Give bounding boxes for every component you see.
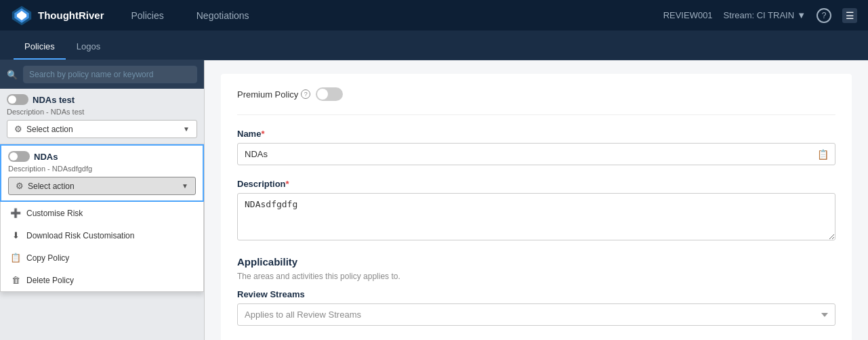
description-label: Description* (237, 179, 835, 189)
review-streams-select[interactable]: Applies to all Review Streams (237, 303, 835, 326)
content-card: Premium Policy ? Name* 📋 (221, 74, 852, 340)
name-input-wrap: 📋 (237, 143, 835, 165)
dropdown-item-customise-risk[interactable]: ➕ Customise Risk (1, 202, 203, 224)
logo[interactable]: ThoughtRiver (11, 5, 104, 26)
dropdown-item-label: Copy Policy (26, 253, 69, 263)
select-action-button[interactable]: ⚙ Select action ▼ (7, 120, 197, 138)
premium-toggle-knob (317, 89, 328, 100)
toggle-knob (9, 152, 18, 161)
applicability-sub: The areas and activities this policy app… (237, 272, 835, 281)
action-dropdown-menu: ➕ Customise Risk ⬇ Download Risk Customi… (0, 202, 204, 292)
sidebar-list: NDAs test Description - NDAs test ⚙ Sele… (0, 89, 204, 340)
btn-left: ⚙ Select action (14, 124, 73, 134)
toggle-knob (8, 95, 16, 104)
nav-negotiations[interactable]: Negotiations (191, 7, 255, 24)
name-label: Name* (237, 129, 835, 139)
policy-name: NDAs (34, 152, 58, 162)
search-icon: 🔍 (7, 70, 18, 80)
sidebar: 🔍 NDAs test Description - NDAs test ⚙ Se… (0, 60, 205, 340)
main-content: Premium Policy ? Name* 📋 (205, 60, 868, 340)
premium-policy-label: Premium Policy ? (237, 89, 310, 100)
top-nav: ThoughtRiver Policies Negotiations REVIE… (0, 0, 868, 30)
policy-toggle[interactable] (8, 151, 30, 162)
description-input[interactable]: NDAsdfgdfg (237, 193, 835, 240)
help-icon[interactable]: ? (301, 89, 310, 99)
policy-name: NDAs test (33, 95, 75, 105)
nav-right: REVIEW001 Stream: CI TRAIN ▼ ? ☰ (663, 8, 857, 23)
dropdown-item-download[interactable]: ⬇ Download Risk Customisation (1, 224, 203, 247)
input-icon: 📋 (817, 149, 829, 160)
applicability-section: Applicability The areas and activities t… (237, 256, 835, 326)
search-input[interactable] (23, 66, 197, 83)
nav-policies[interactable]: Policies (126, 7, 169, 24)
applicability-title: Applicability (237, 256, 835, 268)
tab-policies[interactable]: Policies (14, 35, 66, 60)
select-action-label: Select action (28, 182, 75, 191)
policy-description: Description - NDAs test (7, 108, 197, 116)
tab-logos[interactable]: Logos (66, 35, 111, 60)
dropdown-item-label: Download Risk Customisation (26, 231, 134, 240)
policy-row: NDAs test (7, 94, 197, 105)
premium-policy-toggle[interactable] (316, 87, 343, 101)
gear-icon: ⚙ (16, 181, 24, 191)
dropdown-item-label: Delete Policy (26, 276, 74, 285)
policy-toggle[interactable] (7, 94, 28, 105)
policy-item-selected: NDAs Description - NDAsdfgdfg ⚙ Select a… (0, 144, 204, 202)
plus-icon: ➕ (10, 208, 21, 218)
help-button[interactable]: ? (817, 8, 831, 23)
policy-row: NDAs (8, 151, 196, 162)
premium-policy-row: Premium Policy ? (237, 87, 835, 115)
name-input[interactable] (237, 143, 835, 165)
menu-icon[interactable]: ☰ (842, 8, 857, 23)
logo-icon (11, 5, 33, 26)
dropdown-item-label: Customise Risk (26, 209, 83, 218)
policy-description: Description - NDAsdfgdfg (8, 165, 196, 173)
stream-chevron-icon: ▼ (797, 10, 806, 20)
user-label: REVIEW001 (663, 10, 713, 20)
policy-item: NDAs test Description - NDAs test ⚙ Sele… (0, 89, 204, 144)
download-icon: ⬇ (10, 230, 21, 240)
copy-icon: 📋 (10, 253, 21, 263)
dropdown-item-copy[interactable]: 📋 Copy Policy (1, 247, 203, 269)
select-action-button-active[interactable]: ⚙ Select action ▼ (8, 177, 196, 195)
name-field-row: Name* 📋 (237, 129, 835, 165)
dropdown-item-delete[interactable]: 🗑 Delete Policy (1, 269, 203, 291)
btn-left: ⚙ Select action (16, 181, 75, 191)
logo-text: ThoughtRiver (38, 9, 104, 21)
stream-selector[interactable]: Stream: CI TRAIN ▼ (724, 10, 806, 20)
chevron-down-icon: ▼ (183, 125, 190, 133)
chevron-down-icon: ▼ (182, 182, 188, 190)
description-field-row: Description* NDAsdfgdfg (237, 179, 835, 242)
main-layout: 🔍 NDAs test Description - NDAs test ⚙ Se… (0, 60, 868, 340)
sub-nav: Policies Logos (0, 30, 868, 60)
stream-label: Stream: CI TRAIN (724, 10, 795, 20)
gear-icon: ⚙ (14, 124, 22, 134)
trash-icon: 🗑 (10, 275, 21, 285)
search-bar: 🔍 (0, 60, 204, 89)
select-action-label: Select action (26, 125, 73, 134)
review-streams-label: Review Streams (237, 289, 835, 299)
